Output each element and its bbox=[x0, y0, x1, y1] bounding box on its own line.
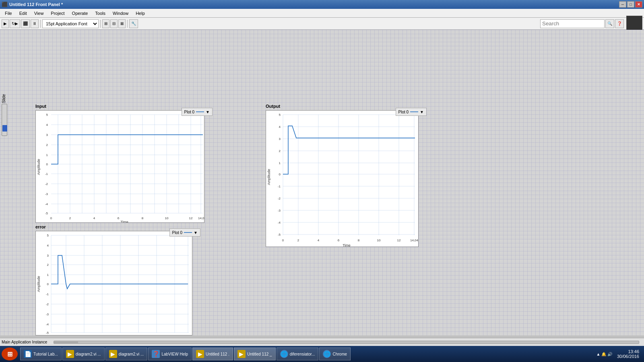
svg-text:Time: Time bbox=[343, 243, 351, 247]
taskbar-icon-0: 📄 bbox=[24, 350, 32, 358]
svg-text:-3: -3 bbox=[278, 209, 281, 212]
svg-text:4: 4 bbox=[101, 335, 103, 335]
toolbar: ▶ ↻▶ ⬛ ⏸ 15pt Application Font ⊞ ⊟ ⊠ 🔧 🔍… bbox=[0, 18, 644, 30]
svg-text:-4: -4 bbox=[45, 202, 48, 206]
svg-text:1: 1 bbox=[46, 153, 48, 157]
align-button[interactable]: ⊞ bbox=[102, 19, 109, 28]
help-button[interactable]: ❓ bbox=[615, 19, 624, 28]
taskbar-item-5[interactable]: ▶ Untitled 112 _ bbox=[234, 348, 276, 360]
svg-text:3: 3 bbox=[47, 254, 49, 257]
error-plot-chevron: ▼ bbox=[194, 230, 198, 235]
taskbar-icon-5: ▶ bbox=[237, 350, 246, 358]
run-button[interactable]: ▶ bbox=[2, 19, 9, 28]
svg-text:4: 4 bbox=[47, 244, 49, 247]
taskbar-item-2[interactable]: ▶ diagram2.vi ... bbox=[105, 348, 148, 360]
svg-text:14,04: 14,04 bbox=[410, 239, 419, 242]
separator-1 bbox=[40, 20, 41, 28]
taskbar-item-6[interactable]: 🌐 diferensiator... bbox=[277, 348, 319, 360]
clock-date: 30/06/2016 bbox=[617, 354, 639, 359]
error-chart-wrapper: error Plot 0 ▼ bbox=[35, 231, 192, 335]
svg-text:0: 0 bbox=[47, 282, 49, 286]
separator-2 bbox=[100, 20, 101, 28]
menu-operate[interactable]: Operate bbox=[69, 10, 91, 16]
statusbar: Main Application Instance bbox=[0, 338, 644, 346]
svg-text:6: 6 bbox=[338, 239, 340, 242]
input-plot-legend[interactable]: Plot 0 ▼ bbox=[182, 108, 213, 116]
slide-label: Slide bbox=[2, 94, 6, 103]
taskbar-icon-3: ❓ bbox=[152, 350, 160, 358]
svg-text:1: 1 bbox=[279, 161, 281, 165]
svg-text:12: 12 bbox=[173, 335, 177, 335]
titlebar-controls: ─ □ ✕ bbox=[619, 1, 642, 8]
app-icon: ⬛ bbox=[2, 2, 8, 7]
svg-text:-1: -1 bbox=[45, 172, 48, 176]
maximize-button[interactable]: □ bbox=[627, 1, 634, 8]
svg-text:-1: -1 bbox=[278, 185, 281, 188]
svg-text:-1: -1 bbox=[46, 292, 49, 296]
error-chart-title: error bbox=[35, 224, 46, 229]
font-selector[interactable]: 15pt Application Font bbox=[42, 19, 99, 28]
taskbar-item-3[interactable]: ❓ LabVIEW Help bbox=[148, 348, 192, 360]
svg-text:1: 1 bbox=[65, 335, 67, 335]
svg-text:3: 3 bbox=[279, 137, 281, 141]
svg-text:12: 12 bbox=[397, 239, 401, 242]
taskbar-label-4: Untitled 112 . bbox=[206, 352, 229, 356]
svg-text:1: 1 bbox=[47, 273, 49, 277]
taskbar-item-4[interactable]: ▶ Untitled 112 . bbox=[192, 348, 233, 360]
taskbar-tray: ▲ 🔔 🔊 13:46 30/06/2016 bbox=[596, 349, 642, 359]
error-plot-legend[interactable]: Plot 0 ▼ bbox=[169, 228, 200, 237]
svg-text:4: 4 bbox=[279, 125, 281, 129]
svg-text:0: 0 bbox=[50, 335, 52, 335]
svg-text:8: 8 bbox=[142, 216, 144, 220]
taskbar-item-1[interactable]: ▶ diagram2.vi ... bbox=[62, 348, 105, 360]
svg-text:-2: -2 bbox=[45, 182, 48, 186]
pause-button[interactable]: ⏸ bbox=[31, 19, 39, 28]
taskbar-label-chrome: Chrome bbox=[332, 352, 347, 356]
output-plot-label: Plot 0 bbox=[398, 110, 409, 114]
output-plot-line-icon bbox=[410, 110, 418, 114]
status-instance: Main Application Instance bbox=[2, 340, 47, 344]
menu-window[interactable]: Window bbox=[109, 10, 132, 16]
menu-file[interactable]: File bbox=[2, 10, 15, 16]
svg-text:3: 3 bbox=[46, 133, 48, 137]
svg-text:-5: -5 bbox=[46, 331, 49, 335]
clock: 13:46 30/06/2016 bbox=[614, 349, 642, 359]
input-chart-title: Input bbox=[35, 104, 46, 109]
svg-text:5: 5 bbox=[46, 113, 48, 117]
run-continuously-button[interactable]: ↻▶ bbox=[10, 19, 20, 28]
distribute-button[interactable]: ⊟ bbox=[110, 19, 118, 28]
svg-text:0: 0 bbox=[282, 239, 284, 242]
menu-project[interactable]: Project bbox=[47, 10, 68, 16]
resize-button[interactable]: ⊠ bbox=[118, 19, 126, 28]
menu-tools[interactable]: Tools bbox=[92, 10, 109, 16]
output-chart-wrapper: Output Plot 0 ▼ bbox=[266, 110, 419, 247]
svg-text:14,04: 14,04 bbox=[198, 216, 204, 220]
slide-handle[interactable] bbox=[2, 125, 7, 132]
close-button[interactable]: ✕ bbox=[635, 1, 642, 8]
svg-text:2: 2 bbox=[46, 143, 48, 147]
taskbar-icon-chrome: 🌐 bbox=[323, 350, 331, 358]
scrollbar-thumb[interactable] bbox=[54, 341, 78, 344]
menu-edit[interactable]: Edit bbox=[16, 10, 30, 16]
tool-button[interactable]: 🔧 bbox=[129, 19, 138, 28]
controls-palette[interactable] bbox=[626, 16, 642, 32]
taskbar-icon-1: ▶ bbox=[66, 350, 74, 358]
abort-button[interactable]: ⬛ bbox=[21, 19, 30, 28]
svg-text:2: 2 bbox=[69, 216, 71, 220]
menu-help[interactable]: Help bbox=[132, 10, 148, 16]
taskbar-icon-2: ▶ bbox=[109, 350, 117, 358]
error-chart-svg: 5 4 3 2 1 0 -1 -2 -3 -4 -5 0 1 2 4 6 8 1… bbox=[35, 231, 192, 335]
output-plot-legend[interactable]: Plot 0 ▼ bbox=[396, 108, 427, 116]
taskbar-item-0[interactable]: 📄 Tutorial Lab... bbox=[20, 348, 62, 360]
input-plot-line-icon bbox=[196, 110, 204, 114]
slide-control[interactable] bbox=[2, 104, 7, 136]
search-input[interactable] bbox=[540, 19, 605, 28]
minimize-button[interactable]: ─ bbox=[619, 1, 626, 8]
taskbar-item-chrome[interactable]: 🌐 Chrome bbox=[319, 348, 351, 360]
svg-text:-4: -4 bbox=[46, 323, 49, 326]
horizontal-scrollbar[interactable] bbox=[54, 341, 639, 344]
search-button[interactable]: 🔍 bbox=[605, 19, 614, 28]
svg-text:-3: -3 bbox=[45, 192, 48, 196]
start-button[interactable]: ⊞ bbox=[2, 348, 18, 360]
menu-view[interactable]: View bbox=[31, 10, 47, 16]
